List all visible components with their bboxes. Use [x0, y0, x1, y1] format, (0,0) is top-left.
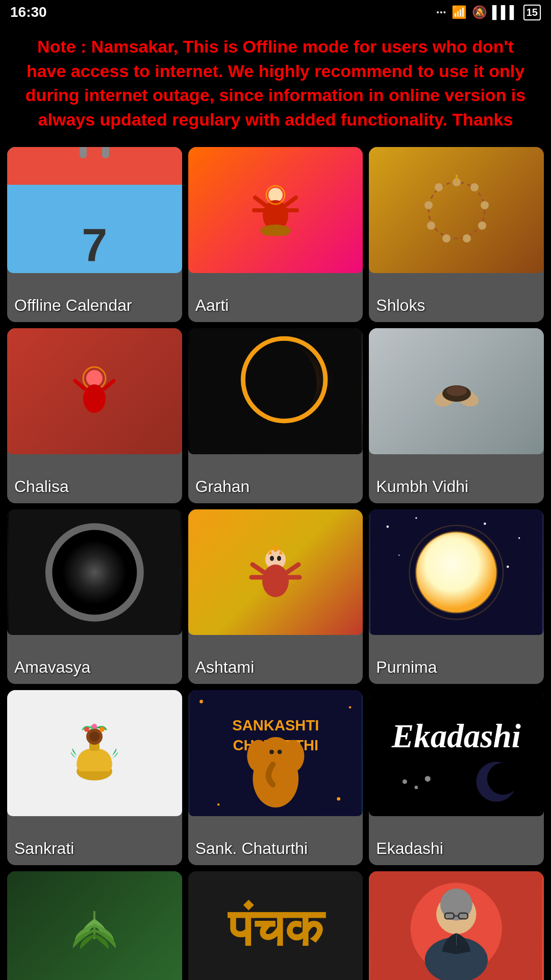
grid-item-grahan[interactable]: Grahan [188, 328, 363, 503]
note-banner: Note : Namsakar, This is Offline mode fo… [0, 24, 551, 142]
grid-item-kumbh-vidhi[interactable]: Kumbh Vidhi [369, 328, 544, 503]
amavasya-label: Amavasya [14, 658, 90, 677]
purnima-label: Purnima [376, 658, 437, 677]
grid-item-sankrati[interactable]: Sankrati [7, 690, 182, 865]
svg-point-14 [442, 234, 450, 242]
svg-point-36 [446, 386, 467, 396]
svg-point-75 [247, 740, 270, 772]
grid-item-ekadashi[interactable]: Ekadashi Ekadashi [369, 690, 544, 865]
note-text: Note : Namsakar, This is Offline mode fo… [15, 35, 536, 132]
aarti-label: Aarti [195, 296, 229, 315]
svg-point-67 [199, 700, 203, 703]
kumbh-vidhi-label: Kumbh Vidhi [376, 477, 468, 496]
svg-line-25 [75, 381, 84, 388]
svg-point-42 [262, 565, 289, 597]
svg-point-48 [277, 556, 281, 561]
svg-line-3 [255, 198, 265, 205]
svg-line-43 [253, 565, 264, 572]
grid-item-author[interactable]: Author [369, 871, 544, 980]
svg-point-50 [387, 525, 389, 527]
status-icons: ··· 📶 🔕 ▌▌▌ 15 [436, 5, 541, 20]
grid-item-aarti[interactable]: Aarti [188, 147, 363, 322]
offline-calendar-label: Offline Calendar [14, 296, 132, 315]
svg-point-13 [463, 234, 471, 242]
svg-point-62 [89, 731, 99, 742]
svg-point-85 [425, 776, 431, 782]
time: 16:30 [10, 4, 47, 20]
battery-indicator: 15 [523, 5, 541, 20]
grid-item-amavasya[interactable]: Amavasya [7, 509, 182, 684]
sank-chaturthi-label: Sank. Chaturthi [195, 839, 308, 858]
svg-point-76 [281, 740, 304, 772]
svg-point-77 [269, 750, 274, 754]
svg-text:पंचक: पंचक [227, 899, 325, 957]
svg-point-69 [217, 803, 219, 805]
svg-point-24 [83, 384, 106, 413]
svg-point-84 [415, 786, 418, 790]
svg-point-22 [86, 370, 103, 386]
grid-item-panchak[interactable]: पंचक Panchak [188, 871, 363, 980]
shloks-label: Shloks [376, 296, 425, 315]
ashtami-label: Ashtami [195, 658, 255, 677]
signal-icon: ▌▌▌ [492, 5, 518, 19]
sankrati-label: Sankrati [14, 839, 74, 858]
grid-item-offline-calendar[interactable]: 7 Offline Calendar [7, 147, 182, 322]
bluetooth-icon: 📶 [452, 5, 467, 19]
svg-point-65 [92, 724, 97, 729]
svg-line-44 [287, 565, 298, 572]
grid-item-shloks[interactable]: Shloks [369, 147, 544, 322]
svg-point-83 [403, 779, 407, 784]
svg-point-0 [268, 188, 283, 202]
svg-point-47 [270, 556, 274, 561]
grid-item-chalisa[interactable]: Chalisa [7, 328, 182, 503]
svg-point-68 [349, 706, 351, 708]
svg-point-63 [84, 727, 89, 732]
main-grid: 7 Offline Calendar [0, 142, 551, 980]
svg-point-10 [470, 183, 479, 191]
svg-point-15 [427, 222, 435, 230]
svg-point-12 [478, 222, 486, 230]
grid-item-ashtami[interactable]: Ashtami [188, 509, 363, 684]
svg-text:Ekadashi: Ekadashi [391, 718, 521, 755]
svg-text:SANKASHTI: SANKASHTI [232, 717, 319, 733]
svg-point-55 [507, 566, 509, 568]
svg-point-7 [260, 225, 291, 236]
svg-point-82 [487, 763, 519, 795]
grid-item-sank-chaturthi[interactable]: SANKASHTI CHATURTHI Sank. Chaturthi [188, 690, 363, 865]
svg-point-29 [234, 341, 316, 424]
svg-point-70 [337, 797, 340, 801]
svg-point-52 [484, 523, 486, 525]
svg-point-17 [435, 183, 443, 191]
mute-icon: 🔕 [472, 5, 487, 19]
svg-point-16 [424, 201, 433, 209]
svg-line-4 [286, 198, 296, 205]
grid-item-purnima[interactable]: Purnima [369, 509, 544, 684]
svg-point-78 [277, 750, 282, 754]
status-bar: 16:30 ··· 📶 🔕 ▌▌▌ 15 [0, 0, 551, 24]
svg-point-51 [415, 517, 417, 519]
grid-item-kumar-shishti[interactable]: Kumar Shishti [7, 871, 182, 980]
svg-line-26 [105, 381, 114, 388]
dots-icon: ··· [436, 5, 446, 19]
chalisa-label: Chalisa [14, 477, 69, 496]
svg-point-11 [481, 201, 489, 209]
grahan-label: Grahan [195, 477, 250, 496]
svg-point-53 [518, 537, 520, 538]
svg-point-64 [99, 727, 105, 732]
ekadashi-label: Ekadashi [376, 839, 443, 858]
svg-point-54 [398, 554, 399, 555]
